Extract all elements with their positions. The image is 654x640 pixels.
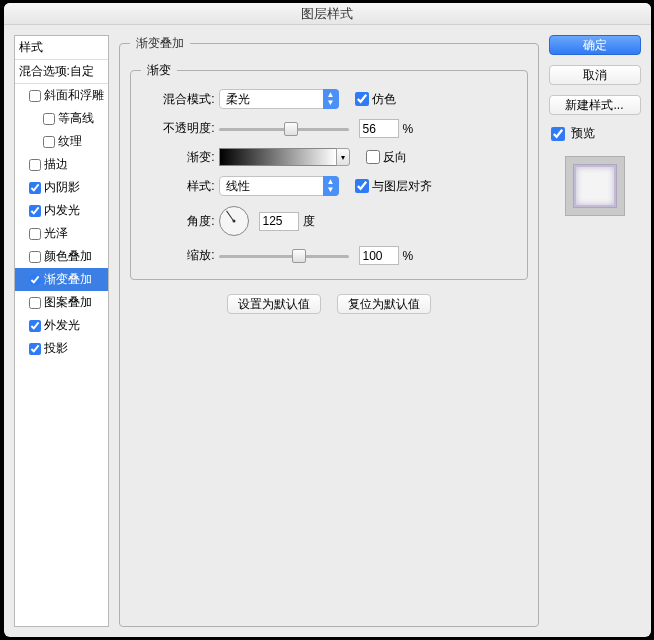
align-label: 与图层对齐: [372, 178, 432, 195]
reverse-label: 反向: [383, 149, 407, 166]
sidebar-item-label: 图案叠加: [44, 294, 92, 311]
right-column: 确定 取消 新建样式... 预览: [549, 35, 641, 627]
sidebar-item-11[interactable]: 投影: [15, 337, 108, 360]
align-checkbox[interactable]: 与图层对齐: [355, 178, 432, 195]
panel-legend: 渐变叠加: [130, 35, 190, 52]
sidebar-item-label: 描边: [44, 156, 68, 173]
opacity-label: 不透明度:: [141, 120, 215, 137]
scale-slider[interactable]: [219, 248, 349, 264]
scale-label: 缩放:: [141, 247, 215, 264]
reverse-checkbox[interactable]: 反向: [366, 149, 407, 166]
sidebar-item-checkbox-10[interactable]: [29, 320, 41, 332]
styles-sidebar: 样式 混合选项:自定 斜面和浮雕等高线纹理描边内阴影内发光光泽颜色叠加渐变叠加图…: [14, 35, 109, 627]
sidebar-item-checkbox-9[interactable]: [29, 297, 41, 309]
new-style-button[interactable]: 新建样式...: [549, 95, 641, 115]
sidebar-item-label: 纹理: [58, 133, 82, 150]
dither-checkbox[interactable]: 仿色: [355, 91, 396, 108]
sidebar-item-checkbox-8[interactable]: [29, 274, 41, 286]
sidebar-item-checkbox-4[interactable]: [29, 182, 41, 194]
sidebar-item-10[interactable]: 外发光: [15, 314, 108, 337]
dialog-title: 图层样式: [4, 3, 651, 25]
gradient-overlay-panel: 渐变叠加 渐变 混合模式: 柔光 ▲▼ 仿色: [119, 35, 539, 627]
sidebar-item-label: 斜面和浮雕: [44, 87, 104, 104]
cancel-button[interactable]: 取消: [549, 65, 641, 85]
blend-mode-select[interactable]: 柔光: [219, 89, 339, 109]
sidebar-item-checkbox-5[interactable]: [29, 205, 41, 217]
set-default-button[interactable]: 设置为默认值: [227, 294, 321, 314]
sidebar-item-label: 投影: [44, 340, 68, 357]
gradient-swatch[interactable]: [219, 148, 337, 166]
sidebar-item-label: 外发光: [44, 317, 80, 334]
opacity-unit: %: [403, 122, 414, 136]
sidebar-item-label: 渐变叠加: [44, 271, 92, 288]
sidebar-item-6[interactable]: 光泽: [15, 222, 108, 245]
sidebar-item-5[interactable]: 内发光: [15, 199, 108, 222]
gradient-dropdown-icon[interactable]: ▾: [336, 148, 350, 166]
sidebar-item-4[interactable]: 内阴影: [15, 176, 108, 199]
sidebar-header-styles[interactable]: 样式: [15, 36, 108, 60]
sidebar-item-label: 内阴影: [44, 179, 80, 196]
scale-input[interactable]: [359, 246, 399, 265]
sidebar-item-checkbox-1[interactable]: [43, 113, 55, 125]
inner-legend: 渐变: [141, 62, 177, 79]
sidebar-item-0[interactable]: 斜面和浮雕: [15, 84, 108, 107]
sidebar-item-1[interactable]: 等高线: [15, 107, 108, 130]
style-label: 样式:: [141, 178, 215, 195]
sidebar-item-checkbox-11[interactable]: [29, 343, 41, 355]
angle-input[interactable]: [259, 212, 299, 231]
sidebar-item-checkbox-0[interactable]: [29, 90, 41, 102]
opacity-slider[interactable]: [219, 121, 349, 137]
style-select[interactable]: 线性: [219, 176, 339, 196]
angle-unit: 度: [303, 213, 315, 230]
preview-thumbnail: [565, 156, 625, 216]
sidebar-item-label: 颜色叠加: [44, 248, 92, 265]
gradient-fieldset: 渐变 混合模式: 柔光 ▲▼ 仿色: [130, 62, 528, 280]
opacity-input[interactable]: [359, 119, 399, 138]
reset-default-button[interactable]: 复位为默认值: [337, 294, 431, 314]
sidebar-item-3[interactable]: 描边: [15, 153, 108, 176]
blend-mode-label: 混合模式:: [141, 91, 215, 108]
sidebar-item-checkbox-6[interactable]: [29, 228, 41, 240]
sidebar-item-label: 光泽: [44, 225, 68, 242]
sidebar-item-2[interactable]: 纹理: [15, 130, 108, 153]
gradient-label: 渐变:: [141, 149, 215, 166]
sidebar-item-checkbox-2[interactable]: [43, 136, 55, 148]
scale-unit: %: [403, 249, 414, 263]
preview-label: 预览: [571, 125, 595, 142]
ok-button[interactable]: 确定: [549, 35, 641, 55]
sidebar-item-label: 内发光: [44, 202, 80, 219]
dialog-body: 样式 混合选项:自定 斜面和浮雕等高线纹理描边内阴影内发光光泽颜色叠加渐变叠加图…: [4, 25, 651, 637]
dither-label: 仿色: [372, 91, 396, 108]
angle-dial[interactable]: [219, 206, 249, 236]
sidebar-item-checkbox-7[interactable]: [29, 251, 41, 263]
preview-checkbox[interactable]: 预览: [549, 125, 641, 142]
sidebar-item-9[interactable]: 图案叠加: [15, 291, 108, 314]
sidebar-item-7[interactable]: 颜色叠加: [15, 245, 108, 268]
layer-style-dialog: 图层样式 样式 混合选项:自定 斜面和浮雕等高线纹理描边内阴影内发光光泽颜色叠加…: [4, 3, 651, 637]
sidebar-item-label: 等高线: [58, 110, 94, 127]
sidebar-header-blend[interactable]: 混合选项:自定: [15, 60, 108, 84]
sidebar-item-8[interactable]: 渐变叠加: [15, 268, 108, 291]
sidebar-item-checkbox-3[interactable]: [29, 159, 41, 171]
angle-label: 角度:: [141, 213, 215, 230]
